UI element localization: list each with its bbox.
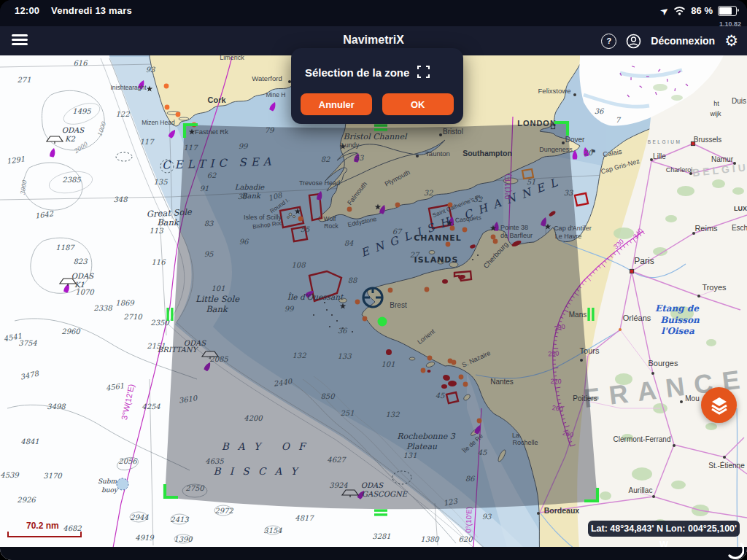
map-label: BELGIUM: [648, 139, 682, 144]
help-glyph: ?: [606, 36, 611, 45]
depth-sounding: 2151: [147, 342, 165, 350]
depth-sounding: 4254: [142, 402, 160, 411]
map-label: Mizen Head: [142, 119, 175, 126]
map-label: Etang de: [655, 303, 700, 314]
map-label: l'Oisea: [661, 326, 694, 336]
help-icon[interactable]: ?: [601, 34, 616, 49]
depth-sounding: 2413: [170, 516, 189, 524]
depth-sounding: 1869: [115, 299, 135, 307]
clock: 12:00: [15, 5, 39, 16]
buoy-symbol: [176, 112, 181, 117]
expand-zone-icon[interactable]: [417, 66, 430, 78]
depth-sounding: 20: [584, 149, 594, 157]
depth-sounding: 2385: [62, 176, 81, 184]
selection-edge-handle[interactable]: [587, 308, 589, 321]
zone-selection-overlay[interactable]: [165, 122, 597, 509]
depth-sounding: 2056: [118, 457, 138, 465]
map-scale: 70.2 nm: [7, 521, 82, 537]
map-label: ODAS: [62, 126, 85, 134]
city-marker: [652, 495, 655, 498]
depth-sounding: 4817: [295, 514, 314, 522]
logout-button[interactable]: Déconnexion: [651, 35, 715, 47]
depth-sounding: 2926: [17, 496, 36, 504]
status-date: Vendredi 13 mars: [51, 5, 132, 16]
crescent-icon: [725, 542, 744, 560]
selection-edge-handle[interactable]: [166, 308, 169, 321]
zone-selection-dialog: Sélection de la zone Annuler OK: [291, 48, 463, 124]
depth-sounding: 122: [115, 110, 130, 118]
app-version: 1.10.82: [719, 20, 741, 28]
depth-sounding: 2338: [93, 304, 113, 312]
layers-icon: [710, 396, 729, 415]
map-label: Charleroi: [666, 166, 693, 174]
depth-sounding: 116: [151, 258, 166, 266]
map-label: Cork: [207, 96, 226, 104]
depth-sounding: 823: [73, 257, 88, 265]
depth-sounding: 616: [73, 59, 88, 67]
depth-sounding: 1390: [174, 535, 193, 543]
depth-sounding: 2960: [61, 327, 81, 335]
depth-sounding: 271: [17, 76, 31, 84]
location-icon: ➤: [659, 4, 670, 17]
scale-label: 70.2 nm: [26, 521, 82, 531]
selection-edge-handle[interactable]: [374, 128, 387, 131]
ok-button[interactable]: OK: [382, 93, 454, 115]
bottom-bar: [0, 547, 747, 560]
map-label: ht: [713, 100, 719, 107]
battery-icon: [718, 6, 737, 16]
map-label: LUX: [734, 205, 747, 212]
map-label: K2: [65, 135, 75, 143]
map-label: Paris: [634, 256, 654, 266]
depth-sounding: 3154: [263, 526, 282, 534]
selection-edge-handle[interactable]: [171, 308, 173, 321]
estuary-island: [653, 84, 667, 91]
map-label: Orléans: [623, 314, 651, 322]
current-position-dot: [378, 317, 387, 327]
account-icon[interactable]: [626, 34, 641, 49]
depth-sounding: 36: [595, 107, 605, 115]
city-marker: [630, 269, 633, 273]
map-label: Lille: [653, 152, 666, 160]
map-label: St.-Étienne: [708, 461, 745, 470]
wifi-icon: [673, 6, 686, 15]
depth-sounding: 3170: [43, 472, 63, 480]
map-label: Waterford: [252, 74, 282, 82]
map-label: Duis: [732, 97, 746, 105]
selection-edge-handle[interactable]: [374, 124, 387, 126]
position-readout: Lat: 48°34,843' N Lon: 004°25,100' W: [588, 521, 740, 537]
chart-clutter-mark: [675, 88, 676, 91]
selection-edge-handle[interactable]: [374, 513, 387, 516]
depth-sounding: 2972: [214, 507, 233, 515]
map-label: Bank: [157, 217, 180, 228]
depth-sounding: 4919: [135, 534, 155, 542]
settings-gear-icon[interactable]: ⚙: [724, 34, 738, 48]
buoy-symbol: [165, 105, 170, 110]
buoy-symbol: [164, 84, 169, 89]
map-label: Subm: [98, 478, 117, 485]
map-label: Buisson: [660, 315, 700, 325]
selection-edge-handle[interactable]: [374, 509, 387, 511]
depth-sounding: 135: [153, 178, 168, 186]
map-label: Bordeaux: [544, 506, 580, 515]
map-label: Brussels: [694, 136, 721, 144]
depth-sounding: 3498: [47, 402, 66, 411]
depth-sounding: 117: [139, 138, 155, 146]
map-label: ODAS: [71, 272, 94, 280]
layers-button[interactable]: [701, 387, 737, 423]
depth-sounding: 2710: [123, 313, 143, 321]
city-marker: [723, 456, 726, 459]
depth-sounding: 2944: [130, 513, 149, 521]
selection-edge-handle[interactable]: [592, 308, 594, 321]
depth-sounding: 93: [146, 66, 155, 74]
city-marker: [619, 328, 622, 331]
status-bar: 12:00 Vendredi 13 mars ➤ 86 %: [0, 0, 747, 26]
city-marker: [573, 93, 576, 96]
island: [179, 117, 189, 120]
map-label: Troyes: [702, 283, 727, 292]
city-marker: [697, 295, 700, 298]
map-label: Mine H: [266, 91, 286, 98]
map-label: buoy: [101, 486, 119, 494]
map-label: wijk: [710, 110, 721, 117]
cancel-button[interactable]: Annuler: [301, 93, 372, 115]
depth-sounding: 3281: [372, 532, 390, 540]
